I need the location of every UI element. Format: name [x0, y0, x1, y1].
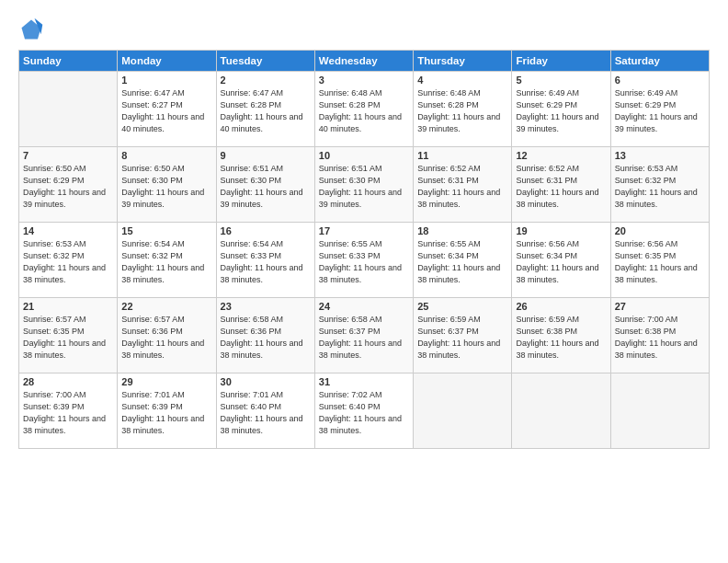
calendar-cell: 30Sunrise: 7:01 AMSunset: 6:40 PMDayligh… — [216, 373, 314, 449]
calendar-cell: 23Sunrise: 6:58 AMSunset: 6:36 PMDayligh… — [216, 298, 314, 373]
weekday-header-friday: Friday — [512, 51, 610, 72]
day-info: Sunrise: 7:00 AMSunset: 6:38 PMDaylight:… — [615, 314, 705, 362]
weekday-header-thursday: Thursday — [414, 51, 512, 72]
calendar-cell: 8Sunrise: 6:50 AMSunset: 6:30 PMDaylight… — [118, 147, 216, 223]
day-number: 12 — [516, 150, 606, 161]
day-info: Sunrise: 6:54 AMSunset: 6:33 PMDaylight:… — [221, 238, 311, 286]
calendar-cell — [512, 373, 610, 449]
day-info: Sunrise: 6:53 AMSunset: 6:32 PMDaylight:… — [23, 238, 113, 286]
calendar-cell: 2Sunrise: 6:47 AMSunset: 6:28 PMDaylight… — [216, 72, 314, 147]
calendar-cell: 14Sunrise: 6:53 AMSunset: 6:32 PMDayligh… — [19, 223, 118, 298]
calendar-cell: 1Sunrise: 6:47 AMSunset: 6:27 PMDaylight… — [118, 72, 216, 147]
calendar-cell: 9Sunrise: 6:51 AMSunset: 6:30 PMDaylight… — [216, 147, 314, 223]
day-number: 19 — [516, 225, 606, 236]
calendar-cell: 29Sunrise: 7:01 AMSunset: 6:39 PMDayligh… — [118, 373, 216, 449]
day-number: 4 — [417, 75, 507, 86]
day-info: Sunrise: 6:57 AMSunset: 6:36 PMDaylight:… — [121, 314, 211, 362]
day-number: 16 — [221, 225, 311, 236]
day-info: Sunrise: 6:57 AMSunset: 6:35 PMDaylight:… — [23, 314, 113, 362]
weekday-header-wednesday: Wednesday — [314, 51, 413, 72]
day-info: Sunrise: 6:51 AMSunset: 6:30 PMDaylight:… — [221, 163, 311, 211]
calendar-cell: 3Sunrise: 6:48 AMSunset: 6:28 PMDaylight… — [314, 72, 413, 147]
day-number: 11 — [417, 150, 507, 161]
day-info: Sunrise: 6:55 AMSunset: 6:33 PMDaylight:… — [319, 238, 409, 286]
day-info: Sunrise: 6:53 AMSunset: 6:32 PMDaylight:… — [615, 163, 705, 211]
weekday-header-sunday: Sunday — [19, 51, 118, 72]
day-info: Sunrise: 7:01 AMSunset: 6:39 PMDaylight:… — [121, 389, 211, 437]
day-number: 6 — [615, 75, 705, 86]
header — [18, 17, 710, 42]
calendar-cell: 20Sunrise: 6:56 AMSunset: 6:35 PMDayligh… — [610, 223, 709, 298]
calendar-cell: 27Sunrise: 7:00 AMSunset: 6:38 PMDayligh… — [610, 298, 709, 373]
week-row-3: 14Sunrise: 6:53 AMSunset: 6:32 PMDayligh… — [19, 223, 710, 298]
calendar-cell — [19, 72, 118, 147]
weekday-header-tuesday: Tuesday — [216, 51, 314, 72]
calendar-cell — [414, 373, 512, 449]
day-info: Sunrise: 6:55 AMSunset: 6:34 PMDaylight:… — [417, 238, 507, 286]
day-number: 20 — [615, 225, 705, 236]
day-info: Sunrise: 6:49 AMSunset: 6:29 PMDaylight:… — [516, 87, 606, 135]
day-number: 17 — [319, 225, 409, 236]
day-number: 23 — [221, 301, 311, 312]
calendar-cell: 24Sunrise: 6:58 AMSunset: 6:37 PMDayligh… — [314, 298, 413, 373]
calendar-cell: 12Sunrise: 6:52 AMSunset: 6:31 PMDayligh… — [512, 147, 610, 223]
page: SundayMondayTuesdayWednesdayThursdayFrid… — [0, 0, 728, 563]
day-number: 18 — [417, 225, 507, 236]
day-info: Sunrise: 6:47 AMSunset: 6:27 PMDaylight:… — [121, 87, 211, 135]
day-info: Sunrise: 6:52 AMSunset: 6:31 PMDaylight:… — [516, 163, 606, 211]
calendar-cell: 16Sunrise: 6:54 AMSunset: 6:33 PMDayligh… — [216, 223, 314, 298]
calendar-cell: 5Sunrise: 6:49 AMSunset: 6:29 PMDaylight… — [512, 72, 610, 147]
day-info: Sunrise: 7:00 AMSunset: 6:39 PMDaylight:… — [23, 389, 113, 437]
day-info: Sunrise: 6:56 AMSunset: 6:34 PMDaylight:… — [516, 238, 606, 286]
day-number: 21 — [23, 301, 113, 312]
day-number: 26 — [516, 301, 606, 312]
day-info: Sunrise: 6:47 AMSunset: 6:28 PMDaylight:… — [221, 87, 311, 135]
day-number: 8 — [121, 150, 211, 161]
weekday-header-row: SundayMondayTuesdayWednesdayThursdayFrid… — [19, 51, 710, 72]
day-number: 29 — [121, 376, 211, 387]
day-info: Sunrise: 6:54 AMSunset: 6:32 PMDaylight:… — [121, 238, 211, 286]
calendar-cell — [610, 373, 709, 449]
day-number: 2 — [221, 75, 311, 86]
day-number: 13 — [615, 150, 705, 161]
weekday-header-saturday: Saturday — [610, 51, 709, 72]
weekday-header-monday: Monday — [118, 51, 216, 72]
calendar-cell: 18Sunrise: 6:55 AMSunset: 6:34 PMDayligh… — [414, 223, 512, 298]
calendar-cell: 25Sunrise: 6:59 AMSunset: 6:37 PMDayligh… — [414, 298, 512, 373]
day-number: 22 — [121, 301, 211, 312]
day-info: Sunrise: 6:59 AMSunset: 6:37 PMDaylight:… — [417, 314, 507, 362]
day-info: Sunrise: 6:59 AMSunset: 6:38 PMDaylight:… — [516, 314, 606, 362]
week-row-4: 21Sunrise: 6:57 AMSunset: 6:35 PMDayligh… — [19, 298, 710, 373]
calendar-cell: 13Sunrise: 6:53 AMSunset: 6:32 PMDayligh… — [610, 147, 709, 223]
calendar-cell: 21Sunrise: 6:57 AMSunset: 6:35 PMDayligh… — [19, 298, 118, 373]
calendar-cell: 10Sunrise: 6:51 AMSunset: 6:30 PMDayligh… — [314, 147, 413, 223]
day-number: 1 — [121, 75, 211, 86]
day-info: Sunrise: 6:51 AMSunset: 6:30 PMDaylight:… — [319, 163, 409, 211]
day-number: 24 — [319, 301, 409, 312]
day-number: 25 — [417, 301, 507, 312]
week-row-5: 28Sunrise: 7:00 AMSunset: 6:39 PMDayligh… — [19, 373, 710, 449]
calendar-cell: 11Sunrise: 6:52 AMSunset: 6:31 PMDayligh… — [414, 147, 512, 223]
week-row-2: 7Sunrise: 6:50 AMSunset: 6:29 PMDaylight… — [19, 147, 710, 223]
day-info: Sunrise: 7:02 AMSunset: 6:40 PMDaylight:… — [319, 389, 409, 437]
day-number: 5 — [516, 75, 606, 86]
day-info: Sunrise: 6:50 AMSunset: 6:30 PMDaylight:… — [121, 163, 211, 211]
logo — [18, 17, 48, 42]
logo-icon — [18, 17, 44, 42]
calendar-cell: 26Sunrise: 6:59 AMSunset: 6:38 PMDayligh… — [512, 298, 610, 373]
day-info: Sunrise: 6:50 AMSunset: 6:29 PMDaylight:… — [23, 163, 113, 211]
calendar-cell: 7Sunrise: 6:50 AMSunset: 6:29 PMDaylight… — [19, 147, 118, 223]
day-number: 10 — [319, 150, 409, 161]
calendar-cell: 31Sunrise: 7:02 AMSunset: 6:40 PMDayligh… — [314, 373, 413, 449]
day-number: 15 — [121, 225, 211, 236]
day-number: 28 — [23, 376, 113, 387]
day-info: Sunrise: 6:52 AMSunset: 6:31 PMDaylight:… — [417, 163, 507, 211]
day-info: Sunrise: 6:48 AMSunset: 6:28 PMDaylight:… — [319, 87, 409, 135]
calendar-cell: 28Sunrise: 7:00 AMSunset: 6:39 PMDayligh… — [19, 373, 118, 449]
calendar-cell: 19Sunrise: 6:56 AMSunset: 6:34 PMDayligh… — [512, 223, 610, 298]
day-number: 27 — [615, 301, 705, 312]
day-number: 31 — [319, 376, 409, 387]
calendar-cell: 15Sunrise: 6:54 AMSunset: 6:32 PMDayligh… — [118, 223, 216, 298]
day-number: 3 — [319, 75, 409, 86]
day-number: 9 — [221, 150, 311, 161]
